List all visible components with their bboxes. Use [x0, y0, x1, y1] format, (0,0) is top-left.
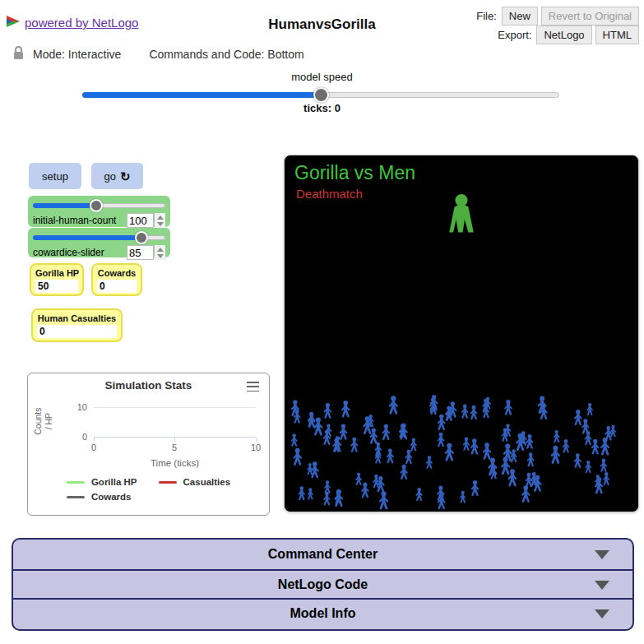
human-turtle: [378, 476, 384, 491]
human-turtle: [299, 486, 304, 499]
human-turtle: [294, 448, 301, 465]
human-turtle: [308, 488, 313, 499]
export-label: Export:: [498, 29, 531, 41]
chevron-down-icon: [595, 550, 609, 559]
human-turtle: [563, 439, 569, 452]
human-turtle: [461, 491, 466, 503]
human-turtle: [592, 439, 598, 454]
human-turtle: [308, 463, 313, 475]
human-turtle: [446, 443, 453, 461]
model-speed-slider[interactable]: [82, 86, 559, 103]
gridline: [94, 407, 256, 408]
human-turtle: [601, 458, 607, 470]
human-turtle: [575, 410, 581, 424]
human-turtle: [380, 491, 387, 508]
go-button[interactable]: go ↻: [91, 163, 143, 189]
human-turtle: [368, 415, 373, 426]
go-button-label: go: [104, 170, 115, 183]
human-turtle: [464, 438, 469, 450]
revert-to-original-button[interactable]: Revert to Original: [541, 7, 639, 25]
human-turtle: [512, 449, 517, 461]
initial-human-count-input[interactable]: [127, 213, 154, 228]
human-turtle: [528, 452, 534, 466]
number-spinner[interactable]: [155, 213, 165, 228]
human-turtle: [411, 438, 416, 451]
human-turtle: [342, 401, 349, 416]
human-turtle: [526, 473, 531, 486]
chart-menu-icon[interactable]: [247, 382, 259, 391]
human-turtle: [601, 438, 609, 454]
number-spinner[interactable]: [155, 245, 165, 260]
accordion-label: NetLogo Code: [278, 577, 368, 592]
export-button-group: Export: NetLogo HTML: [498, 25, 639, 44]
monitor-label: Gorilla HP: [35, 268, 78, 278]
human-turtle: [326, 424, 331, 437]
human-turtle: [324, 492, 330, 505]
world-subtitle: Deathmatch: [296, 187, 363, 201]
initial-human-count-slider[interactable]: [33, 199, 165, 211]
world-view-canvas[interactable]: Gorilla vs Men Deathmatch: [284, 155, 639, 512]
legend-label: Casualties: [183, 477, 231, 487]
legend-label: Gorilla HP: [91, 477, 137, 487]
setup-button-label: setup: [42, 170, 68, 183]
cowards-monitor: Cowards 0: [91, 263, 142, 296]
spinner-down-icon[interactable]: [157, 254, 164, 258]
slider-label: cowardice-slider: [33, 247, 127, 258]
slider-thumb[interactable]: [313, 87, 329, 103]
human-turtle: [491, 466, 496, 479]
accordion-label: Command Center: [268, 547, 378, 562]
y-tick-label: 0: [67, 432, 87, 442]
human-turtle: [462, 405, 468, 418]
human-turtle: [390, 396, 397, 413]
initial-human-count-slider-widget: initial-human-count: [28, 196, 170, 227]
slider-fill: [82, 92, 321, 98]
human-turtle: [502, 456, 509, 473]
setup-button[interactable]: setup: [29, 163, 81, 189]
human-turtle: [292, 433, 297, 446]
human-turtle: [505, 400, 511, 415]
human-turtle: [509, 469, 516, 485]
x-tick-mark: [174, 438, 175, 442]
legend-item-gorilla-hp[interactable]: Gorilla HP: [67, 477, 137, 487]
human-turtle: [438, 415, 445, 429]
monitor-value: 0: [97, 280, 137, 293]
human-turtle: [522, 485, 529, 501]
human-casualties-monitor: Human Casualties 0: [31, 308, 123, 342]
command-center-bar[interactable]: Command Center: [13, 540, 632, 569]
netlogo-code-bar[interactable]: NetLogo Code: [13, 569, 632, 599]
monitor-value: 50: [35, 280, 78, 293]
accordion-label: Model Info: [290, 606, 356, 621]
world-title: Gorilla vs Men: [294, 162, 415, 184]
legend-line-swatch: [67, 481, 85, 484]
slider-thumb[interactable]: [135, 231, 148, 244]
slider-fill: [33, 235, 141, 240]
legend-item-cowards[interactable]: Cowards: [67, 492, 137, 502]
file-label: File:: [476, 10, 497, 22]
netlogo-web-page: powered by NetLogo HumanvsGorilla File: …: [0, 0, 644, 644]
model-info-bar[interactable]: Model Info: [13, 598, 632, 628]
new-button[interactable]: New: [502, 7, 538, 25]
legend-label: Cowards: [91, 492, 132, 502]
gorilla-turtle: [449, 194, 474, 233]
spinner-up-icon[interactable]: [157, 248, 164, 252]
cowardice-slider-input[interactable]: [127, 245, 154, 260]
export-html-button[interactable]: HTML: [595, 25, 639, 44]
monitor-label: Cowards: [97, 268, 137, 278]
export-netlogo-button[interactable]: NetLogo: [536, 25, 591, 44]
spinner-up-icon[interactable]: [157, 215, 164, 220]
spinner-down-icon[interactable]: [157, 222, 164, 226]
x-tick-label: 10: [248, 442, 264, 452]
lock-icon: [12, 45, 25, 63]
legend-item-casualties[interactable]: Casualties: [159, 477, 231, 487]
cowardice-slider[interactable]: [33, 231, 165, 243]
slider-thumb[interactable]: [90, 199, 103, 212]
human-turtle: [325, 403, 331, 418]
human-turtle: [382, 424, 389, 439]
simulation-stats-plot: Simulation Stats Counts / HP 10 0 0 5 10…: [27, 373, 270, 516]
y-tick-label: 10: [67, 402, 87, 412]
human-turtle: [362, 483, 368, 498]
x-tick-label: 5: [166, 442, 183, 452]
slider-label: initial-human-count: [33, 215, 127, 226]
human-turtle: [471, 405, 477, 419]
human-turtle: [438, 433, 444, 446]
